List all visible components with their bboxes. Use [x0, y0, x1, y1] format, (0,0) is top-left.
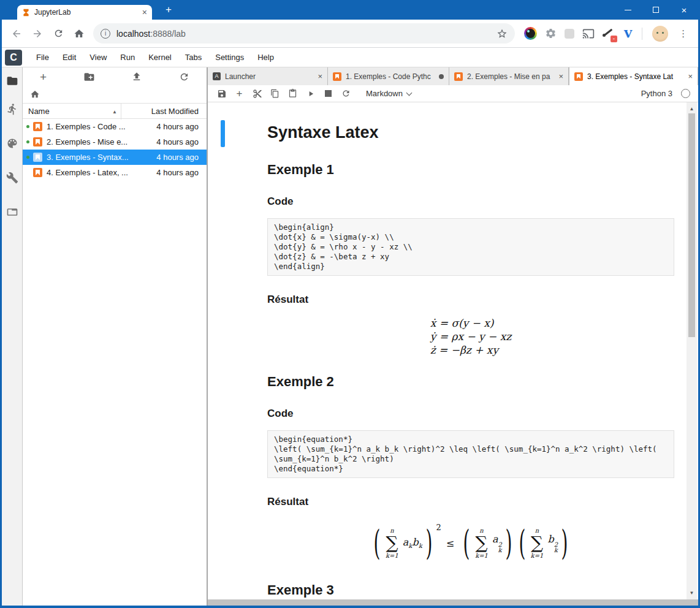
- site-info-icon[interactable]: i: [101, 29, 110, 39]
- outer-exponent: 2: [436, 523, 441, 532]
- tab-launcher[interactable]: A Launcher ×: [208, 67, 328, 85]
- back-button[interactable]: [6, 23, 27, 44]
- run-cell-button[interactable]: [302, 86, 319, 102]
- scrollbar-thumb[interactable]: [688, 113, 695, 337]
- palette-commands-icon[interactable]: [6, 137, 18, 150]
- new-tab-button[interactable]: +: [161, 4, 177, 15]
- notebook-content[interactable]: Syntaxe Latex Exemple 1 Code \begin{alig…: [208, 102, 687, 599]
- activity-bar: [2, 67, 23, 606]
- lens-extension-icon[interactable]: [524, 27, 537, 40]
- file-browser-icon[interactable]: [6, 75, 18, 87]
- summation: n ∑ k=1: [386, 527, 398, 559]
- tab-notebook-1[interactable]: 1. Exemples - Code Pythc: [328, 67, 449, 85]
- equation-line: ẏ = ρx − y − xz: [430, 330, 512, 343]
- reload-button[interactable]: [48, 23, 69, 44]
- unsaved-changes-dot[interactable]: [439, 74, 444, 79]
- tab-close-icon[interactable]: ×: [558, 72, 563, 81]
- tab-notebook-2[interactable]: 2. Exemples - Mise en pa ×: [449, 67, 569, 85]
- add-cell-button[interactable]: +: [230, 86, 248, 102]
- browser-tab-title: JupyterLab: [34, 8, 142, 17]
- new-folder-button[interactable]: [83, 71, 95, 83]
- close-icon: ×: [682, 6, 687, 15]
- maximize-icon: [653, 7, 659, 13]
- menu-help[interactable]: Help: [251, 48, 281, 67]
- forward-arrow-icon: [32, 28, 43, 39]
- address-bar[interactable]: i localhost:8888/lab: [93, 23, 515, 44]
- tab-close-icon[interactable]: ×: [318, 72, 322, 81]
- browser-tab-close-icon[interactable]: ×: [142, 8, 147, 17]
- open-tabs-icon[interactable]: [6, 206, 18, 218]
- copy-cells-button[interactable]: [266, 86, 284, 102]
- notebook-scroll-area: Syntaxe Latex Exemple 1 Code \begin{alig…: [208, 102, 698, 599]
- home-button[interactable]: [69, 23, 89, 44]
- restart-kernel-button[interactable]: [337, 86, 355, 102]
- window-border-left: [0, 0, 2, 608]
- notebook-tab-icon: [333, 72, 341, 81]
- minimize-button[interactable]: [614, 0, 642, 20]
- extension-icon[interactable]: [565, 29, 574, 39]
- save-button[interactable]: [213, 86, 230, 102]
- app-body: + Name ▲ Last Modified 1. Exemples - Cod…: [2, 67, 698, 606]
- browser-menu-icon[interactable]: ⋮: [679, 28, 688, 39]
- menu-view[interactable]: View: [83, 48, 113, 67]
- horizontal-scrollbar-track[interactable]: [208, 599, 698, 606]
- paste-icon: [288, 89, 297, 98]
- menu-file[interactable]: File: [29, 48, 56, 67]
- close-button[interactable]: ×: [670, 0, 698, 20]
- upload-button[interactable]: [131, 71, 142, 82]
- gear-extension-icon[interactable]: [545, 28, 557, 39]
- scroll-up-icon[interactable]: ▲: [687, 104, 697, 114]
- back-arrow-icon: [11, 28, 22, 39]
- reload-icon: [53, 28, 64, 39]
- column-name[interactable]: Name: [28, 107, 50, 116]
- selected-cell-bar: [221, 120, 225, 147]
- kernel-name[interactable]: Python 3: [641, 89, 672, 98]
- file-row-4[interactable]: 4. Exemples - Latex, ... 4 hours ago: [23, 165, 207, 180]
- eyedropper-extension-icon[interactable]: -: [603, 27, 616, 40]
- home-breadcrumb-icon[interactable]: [30, 89, 40, 99]
- stop-kernel-button[interactable]: [319, 86, 337, 102]
- cell-type-dropdown[interactable]: Markdown: [366, 89, 411, 98]
- menu-run[interactable]: Run: [113, 48, 142, 67]
- notebook-title-heading: Syntaxe Latex: [267, 120, 674, 145]
- kernel-status-idle-icon[interactable]: [681, 89, 690, 98]
- paste-cells-button[interactable]: [284, 86, 302, 102]
- sort-ascending-icon[interactable]: ▲: [112, 109, 117, 115]
- cut-cells-button[interactable]: [248, 86, 266, 102]
- save-icon: [217, 89, 227, 99]
- tab-close-icon[interactable]: ×: [688, 72, 693, 81]
- section2-code-block: \begin{equation*} \left( \sum_{k=1}^n a_…: [267, 430, 674, 478]
- menu-tabs[interactable]: Tabs: [178, 48, 208, 67]
- term-ak2: a2k: [492, 533, 502, 553]
- file-row-3-selected[interactable]: 3. Exemples - Syntax... 4 hours ago: [23, 150, 207, 165]
- v-extension-icon[interactable]: V: [624, 28, 632, 40]
- forward-button[interactable]: [27, 23, 48, 44]
- running-sessions-icon[interactable]: [6, 103, 18, 115]
- menu-kernel[interactable]: Kernel: [142, 48, 178, 67]
- cauchy-schwarz-equation: ( n ∑ k=1 akbk ) 2 ≤ ( n ∑ k=1: [267, 521, 674, 565]
- section2-result-heading: Résultat: [267, 496, 674, 508]
- jupyterlab-menubar: C File Edit View Run Kernel Tabs Setting…: [0, 48, 700, 67]
- equation-line: ż = −βz + xy: [430, 344, 498, 356]
- file-browser-panel: + Name ▲ Last Modified 1. Exemples - Cod…: [23, 67, 207, 606]
- menu-edit[interactable]: Edit: [56, 48, 83, 67]
- tab-label: Launcher: [225, 72, 313, 81]
- cast-icon[interactable]: [582, 28, 595, 40]
- left-paren: (: [463, 526, 470, 560]
- tab-notebook-3-active[interactable]: 3. Exemples - Syntaxe Lat ×: [569, 67, 698, 85]
- browser-tab[interactable]: JupyterLab ×: [17, 5, 152, 20]
- section3-heading: Exemple 3: [267, 582, 674, 598]
- file-row-2[interactable]: 2. Exemples - Mise e... 4 hours ago: [23, 134, 207, 150]
- maximize-button[interactable]: [642, 0, 670, 20]
- menu-settings[interactable]: Settings: [208, 48, 251, 67]
- extension-manager-icon[interactable]: [6, 172, 18, 184]
- leq-sign: ≤: [446, 538, 454, 549]
- column-last-modified[interactable]: Last Modified: [151, 107, 199, 116]
- new-launcher-button[interactable]: +: [40, 72, 47, 82]
- bookmark-star-icon[interactable]: [496, 28, 508, 39]
- scroll-down-icon[interactable]: ▼: [687, 588, 697, 598]
- refresh-files-button[interactable]: [179, 72, 189, 82]
- file-row-1[interactable]: 1. Exemples - Code ... 4 hours ago: [23, 119, 207, 134]
- vertical-scrollbar[interactable]: ▲ ▼: [687, 102, 697, 599]
- profile-avatar[interactable]: [652, 26, 668, 42]
